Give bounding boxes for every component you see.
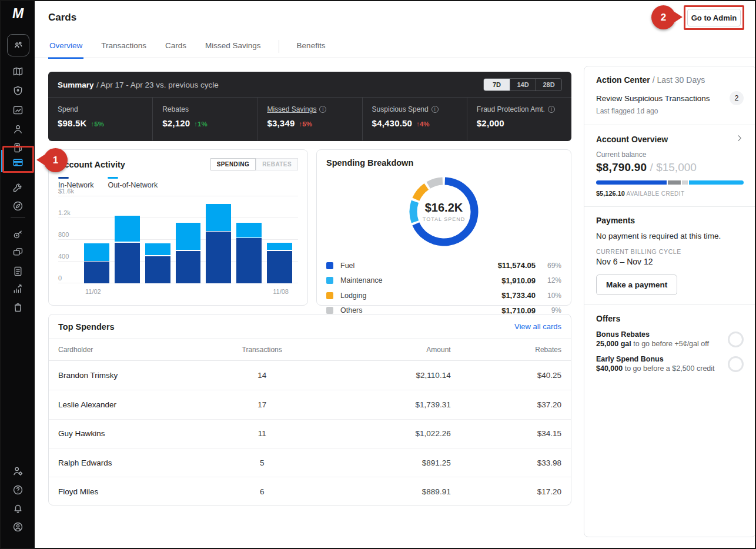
info-icon[interactable]: i [319,106,326,113]
sidebar-item-document[interactable] [1,262,35,280]
tab-overview[interactable]: Overview [48,36,83,59]
sidebar-item-user-settings[interactable] [1,462,35,480]
map-icon [12,65,24,78]
donut-legend-row-lodging: Lodging$1,733.4010% [326,288,561,303]
tab-bar: OverviewTransactionsCardsMissed SavingsB… [48,36,326,58]
time-range-14d[interactable]: 14D [510,79,536,91]
offer-progress-ring [728,356,744,372]
sidebar-item-help[interactable] [1,481,35,498]
tab-transactions[interactable]: Transactions [100,36,148,57]
make-a-payment-button[interactable]: Make a payment [596,274,677,295]
brand-logo: M [1,6,35,22]
summary-card: Summary / Apr 17 - Apr 23 vs. previous c… [48,72,571,141]
sidebar-item-wrench[interactable] [1,178,35,196]
amount-value: $2,110.14 [315,371,451,380]
action-center-section: Action Center / Last 30 Days Review Susp… [584,66,755,125]
billing-cycle-dates: Nov 6 – Nov 12 [596,257,744,266]
sidebar-item-analytics[interactable] [1,280,35,297]
chat-icon [12,246,24,259]
sidebar-item-user[interactable] [1,120,35,138]
toggle-spending[interactable]: SPENDING [210,158,256,170]
bar-day-5[interactable] [206,204,231,283]
bar-day-3[interactable] [145,243,170,283]
y-axis-tick: 0 [58,274,62,282]
sidebar-item-account[interactable] [1,518,35,535]
review-suspicious-transactions-item[interactable]: Review Suspicious Transactions 2 [596,91,744,105]
sidebar-divider [11,217,25,218]
cardholder-name: Guy Hawkins [58,429,209,438]
time-range-7d[interactable]: 7D [484,79,510,91]
dashboard-icon [12,104,24,116]
sidebar-item-dashboard[interactable] [1,101,35,119]
cardholder-name: Leslie Alexander [58,400,209,409]
sidebar-item-bell[interactable] [1,499,35,517]
transactions-count: 6 [209,487,315,496]
rebates-value: $33.98 [451,458,561,467]
info-icon[interactable]: i [431,106,439,113]
table-row[interactable]: Ralph Edwards5$891.25$33.98 [49,448,571,477]
billing-cycle-label: CURRENT BILLING CYCLE [596,248,744,255]
sidebar-item-shopping-bag[interactable] [1,298,35,316]
tab-missed-savings[interactable]: Missed Savings [204,36,262,57]
current-balance-label: Current balance [596,150,744,159]
stacked-bar-chart: $1.6k1.2k8004000 [58,196,298,283]
x-axis-first-label: 11/02 [85,288,101,295]
tabs-divider [35,58,755,58]
sidebar-item-shield[interactable] [1,82,35,99]
table-row[interactable]: Floyd Miles6$889.91$17.20 [49,477,571,506]
annotation-callout-2: 2 [651,5,675,29]
sidebar-item-chat[interactable] [1,243,35,261]
legend-out-of-network: Out-of-Network [108,177,158,189]
toggle-rebates[interactable]: REBATES [256,158,298,170]
page-title: Cards [48,12,76,24]
y-axis-tick: 1.2k [58,209,71,216]
table-row[interactable]: Brandon Trimsky14$2,110.14$40.25 [49,361,571,390]
team-icon [12,39,25,52]
offer-bonus-rebates[interactable]: Bonus Rebates25,000 gal to go before +5¢… [596,330,744,348]
view-all-cards-link[interactable]: View all cards [514,322,561,331]
bar-day-6[interactable] [236,223,262,283]
bell-icon [12,502,24,514]
help-icon [12,484,24,496]
sidebar-item-map[interactable] [1,62,35,80]
account-overview-section: Account Overview Current balance $8,790.… [584,125,755,207]
bar-day-1[interactable] [84,243,109,283]
offer-early-spend-bonus[interactable]: Early Spend Bonus$40,000 to go before a … [596,355,744,373]
chevron-right-icon[interactable] [735,134,744,145]
progress-segment-4 [689,180,744,185]
bar-day-7[interactable] [267,243,292,283]
sidebar-item-whistle[interactable] [1,225,35,243]
table-row[interactable]: Guy Hawkins11$1,022.26$34.15 [49,419,571,448]
balance-value: $8,790.90 / $15,000 [596,161,744,174]
amount-value: $891.25 [315,458,451,467]
spending-breakdown-card: Spending Breakdown $16.2K TOTAL SPEND Fu… [316,149,571,306]
tab-cards[interactable]: Cards [164,36,188,57]
sidebar-item-team[interactable] [7,34,29,56]
document-icon [12,265,24,277]
tab-benefits[interactable]: Benefits [296,36,327,57]
analytics-icon [12,283,24,295]
bar-day-2[interactable] [115,216,140,283]
account-activity-title: Account Activity [58,160,125,169]
transactions-count: 11 [209,429,315,438]
payment-status-text: No payment is required at this time. [596,232,744,240]
spending-rebates-toggle: SPENDINGREBATES [210,158,298,170]
spending-breakdown-title: Spending Breakdown [326,158,561,168]
cardholder-name: Ralph Edwards [58,458,209,467]
shopping-bag-icon [12,301,24,313]
amount-value: $889.91 [315,487,451,496]
annotation-rect-cards-nav [2,146,34,173]
summary-title: Summary / Apr 17 - Apr 23 vs. previous c… [58,79,219,90]
sidebar-item-compass[interactable] [1,197,35,215]
table-row[interactable]: Leslie Alexander17$1,739.31$37.20 [49,390,571,419]
table-header-row: CardholderTransactionsAmountRebates [49,339,571,361]
rebates-value: $40.25 [451,371,561,380]
column-header-cardholder: Cardholder [58,346,209,354]
column-header-rebates: Rebates [451,346,561,354]
bar-day-4[interactable] [176,223,201,283]
time-range-28d[interactable]: 28D [536,79,561,91]
action-center-title: Action Center / Last 30 Days [596,75,744,85]
summary-metric-missed-savings: Missed Savingsi$3,349↑5% [257,98,362,140]
info-icon[interactable]: i [548,106,555,113]
cardholder-name: Brandon Trimsky [58,371,209,380]
